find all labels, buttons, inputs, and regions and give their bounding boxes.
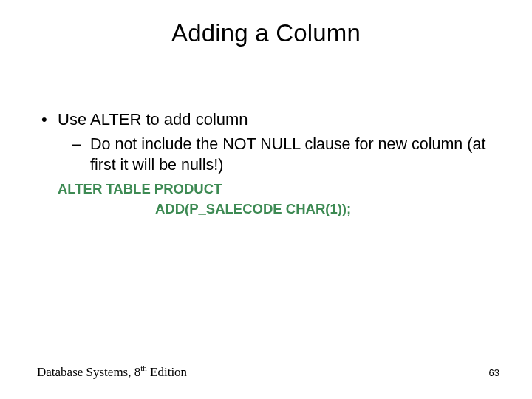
slide-body: Use ALTER to add column Do not include t… xyxy=(37,109,495,219)
code-line-2: ADD(P_SALECODE CHAR(1)); xyxy=(58,200,495,219)
footer-ordinal: th xyxy=(140,364,147,372)
page-number: 63 xyxy=(489,367,499,378)
code-line-1: ALTER TABLE PRODUCT xyxy=(58,181,222,197)
slide: Adding a Column Use ALTER to add column … xyxy=(0,0,532,399)
bullet-level-1: Use ALTER to add column xyxy=(37,109,495,130)
sql-code-block: ALTER TABLE PRODUCT ADD(P_SALECODE CHAR(… xyxy=(37,180,495,219)
slide-title: Adding a Column xyxy=(0,19,532,47)
footer-source: Database Systems, 8th Edition xyxy=(37,364,187,380)
bullet-level-2: Do not include the NOT NULL clause for n… xyxy=(37,134,495,175)
footer-text-suffix: Edition xyxy=(147,365,187,379)
footer-text-prefix: Database Systems, 8 xyxy=(37,365,140,379)
